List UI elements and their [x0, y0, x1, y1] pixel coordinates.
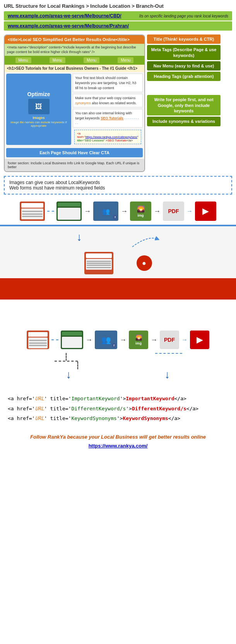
text-block-3: You can also use internal linking with t…	[73, 109, 143, 127]
optimize-image-area: Optimize 🖼 Images image file names can i…	[6, 74, 71, 145]
synonyms-word: synonyms	[75, 101, 91, 105]
nav-item-3: Menu	[84, 57, 99, 63]
section2: → 👥 f → 🌄 img → PDF → ▶ ↓ ↓	[0, 323, 236, 386]
mockup-meta: <meta name="description" content="Includ…	[5, 44, 144, 56]
image-placeholder: 🖼	[28, 99, 50, 114]
image-type-icon: 🌄 img	[130, 201, 151, 221]
social-icon-2: 👥 f	[95, 331, 117, 349]
arrow-icon-2: →	[121, 207, 128, 215]
blog-icon	[56, 201, 82, 221]
right-sidebar-labels: Title (Think! keywords & CTR) Meta Tags …	[145, 34, 221, 172]
browser-content	[21, 208, 43, 219]
nav-item-1: Menu	[15, 57, 31, 63]
mockup-footer: footer section: Include Local Business I…	[5, 159, 144, 171]
arrow-group-2	[155, 353, 182, 369]
pdf-icon-2: PDF	[160, 331, 179, 349]
branch-section: ↓ ●	[0, 226, 236, 278]
url-note-1: Its on specific landing page you rank lo…	[139, 14, 228, 18]
dashed-arrow-icon-2: →	[181, 336, 188, 343]
optimize-note: image file names can include keywords if…	[9, 121, 69, 127]
arrow-icon-4: →	[86, 336, 92, 344]
optimize-title: Optimize	[27, 91, 50, 97]
nav-item-2: Menu	[50, 57, 65, 63]
sidebar-label-heading: Heading Tags (grab attention)	[147, 72, 221, 81]
arrow-icon-5: →	[120, 336, 127, 344]
main-diagram: <title>Local SEO Simplified Get Better R…	[4, 34, 232, 172]
dashed-note-line1: Images can give cues about LocalKeywords	[9, 180, 227, 185]
sidebar-label-write: Write for people first, and not Google, …	[147, 95, 221, 115]
curved-arrow-svg	[128, 233, 159, 249]
url-text-1: www.example.com/areas-we-serve/Melbourne…	[8, 13, 121, 19]
dashed-note-line2: Web forms must have minimum required fie…	[9, 185, 227, 191]
sidebar-label-synonyms: Include synonyms & variations	[147, 117, 221, 126]
down-arrow-4: ↓	[165, 369, 170, 380]
mockup-texts: Your first text block should contain key…	[73, 74, 143, 145]
seo-link: SEO Tutorials	[101, 116, 123, 120]
branch-bottom: ●	[77, 252, 160, 274]
code-line-3: <a href='URL' title='KeywordSynonyms'>Ke…	[8, 415, 228, 422]
code-line-1: <a href='URL' title='ImportantKeyword'>I…	[8, 395, 228, 403]
dashed-connector-2	[51, 339, 58, 340]
url-bar-1: www.example.com/areas-we-serve/Melbourne…	[4, 11, 232, 21]
content-types-row2: → 👥 f → 🌄 img → PDF → ▶	[4, 327, 232, 353]
image-icon: 🖼	[35, 103, 42, 111]
text-block-2: Make sure that your web copy contains sy…	[73, 94, 143, 107]
blog-icon-2	[61, 331, 83, 349]
down-arrow-3: ↓	[66, 369, 72, 380]
final-arrows: ↓ ↓	[4, 369, 232, 382]
nav-item-4: Menu	[118, 57, 133, 63]
browser-icon-2	[27, 331, 49, 349]
arrow-icon-1: →	[84, 207, 91, 215]
dashed-arrow-icon: →	[186, 208, 193, 215]
code-section: <a href='URL' title='ImportantKeyword'>I…	[0, 386, 236, 428]
branch-browser-icon	[84, 252, 113, 274]
spacer-1	[147, 82, 221, 94]
branch-arrows-row: ↓	[77, 230, 159, 252]
sidebar-label-nav: Nav Menu (easy to find & use)	[147, 61, 221, 71]
webpage-mockup: <title>Local SEO Simplified Get Better R…	[4, 34, 145, 172]
sidebar-label-title: Title (Think! keywords & CTR)	[147, 34, 221, 44]
arrow-group-1	[54, 353, 78, 369]
dashed-connector-1	[47, 211, 54, 212]
content-types-row1: → 👥 f → 🌄 img → PDF → ▶	[0, 198, 236, 226]
down-arrows-row	[4, 353, 232, 369]
play-button: ●	[137, 255, 152, 271]
dashed-horiz-1	[55, 361, 78, 362]
red-divider-bar	[0, 278, 236, 300]
dashed-vert-1	[66, 353, 67, 361]
people-icon: 👥	[102, 208, 110, 215]
dashed-curved-arrow	[128, 233, 159, 251]
internal-link-code: <a href="https://www.rankya.com/category…	[74, 130, 141, 144]
social-icon: 👥 f	[93, 201, 118, 221]
mockup-h1: <h1>SEO Tutorials for for Local Business…	[5, 65, 144, 72]
dashed-vert-2	[77, 362, 78, 369]
url-text-2: www.example.com/areas-we-serve/Melbourne…	[8, 23, 129, 29]
white-gap	[0, 300, 236, 323]
arrow-icon-3: →	[154, 207, 161, 215]
text-block-1: Your first text block should contain key…	[73, 74, 143, 92]
mockup-cta: Each Page Should Have Clear CTA	[6, 148, 143, 157]
url-bar-2: www.example.com/areas-we-serve/Melbourne…	[4, 21, 232, 31]
arrow-icon-6: →	[150, 336, 157, 344]
page-title: URL Structure for Local Rankings > Inclu…	[0, 0, 236, 10]
video-icon-2: ▶	[190, 331, 209, 349]
mockup-nav: Menu Menu Menu Menu	[5, 56, 144, 65]
image-type-icon-2: 🌄 img	[129, 331, 148, 349]
footer-url: https://www.rankya.com/	[0, 443, 236, 453]
code-line-2: <a href='URL' title='DifferentKeyword/s'…	[8, 405, 228, 413]
mockup-title-bar: <title>Local SEO Simplified Get Better R…	[5, 35, 144, 44]
video-icon: ▶	[195, 201, 216, 221]
optimize-subtitle: Images	[33, 116, 45, 120]
sidebar-label-meta: Meta Tags (Describe Page & use keywords)	[147, 45, 221, 60]
browser-icon	[20, 201, 45, 221]
down-arrow-1: ↓	[77, 232, 82, 251]
mockup-content-area: Optimize 🖼 Images image file names can i…	[5, 72, 144, 146]
url-section: www.example.com/areas-we-serve/Melbourne…	[0, 11, 236, 31]
dashed-note-box: Images can give cues about LocalKeywords…	[4, 176, 232, 195]
pdf-icon: PDF	[163, 201, 184, 221]
footer-text: Follow RankYa because your Local Busines…	[0, 428, 236, 443]
people-icon-2: 👥	[101, 335, 111, 344]
dashed-horiz-2	[155, 353, 182, 354]
